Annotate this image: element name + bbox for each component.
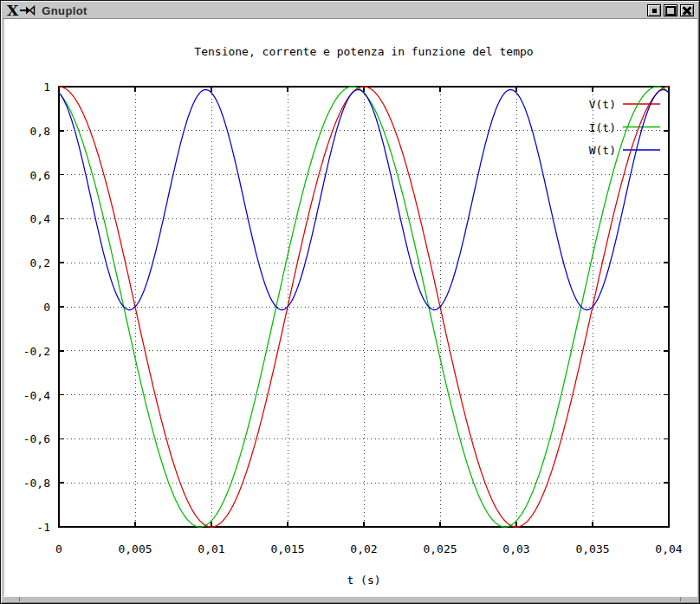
minimize-icon (652, 9, 657, 13)
gnuplot-window: X Gnuplot 00,0050,010,0150,020,0250,030,… (0, 0, 700, 604)
resize-grip-divider-right (680, 597, 681, 601)
x-tick-labels: 00,0050,010,0150,020,0250,030,0350,04 (55, 542, 683, 555)
svg-text:-0,4: -0,4 (23, 389, 50, 402)
plot-canvas: 00,0050,010,0150,020,0250,030,0350,04-1-… (4, 19, 697, 598)
svg-text:0: 0 (43, 301, 50, 314)
x11-logo-icon: X (7, 4, 18, 16)
svg-text:0,025: 0,025 (423, 542, 457, 555)
svg-text:0,6: 0,6 (30, 169, 50, 182)
close-icon (683, 6, 691, 15)
close-button[interactable] (680, 4, 694, 16)
svg-text:I(t): I(t) (589, 121, 616, 134)
svg-text:-0,8: -0,8 (23, 477, 50, 490)
y-tick-labels: -1-0,8-0,6-0,4-0,200,20,40,60,81 (23, 81, 50, 534)
svg-text:0,4: 0,4 (30, 212, 51, 225)
svg-text:-1: -1 (36, 521, 50, 534)
svg-text:W(t): W(t) (589, 144, 616, 157)
minimize-button[interactable] (647, 4, 661, 16)
svg-text:-0,6: -0,6 (23, 432, 50, 445)
svg-text:0,035: 0,035 (575, 542, 609, 555)
chart: 00,0050,010,0150,020,0250,030,0350,04-1-… (4, 19, 697, 598)
titlebar[interactable]: X Gnuplot (3, 3, 697, 19)
legend-entry-it: I(t) (589, 121, 660, 134)
svg-text:0,015: 0,015 (270, 542, 304, 555)
svg-text:0,005: 0,005 (118, 542, 152, 555)
window-bottom-border[interactable] (3, 596, 697, 601)
svg-text:0,03: 0,03 (502, 542, 529, 555)
maximize-button[interactable] (664, 4, 677, 16)
x-axis-label: t (s) (347, 574, 380, 587)
svg-text:0,2: 0,2 (30, 257, 50, 270)
grid (59, 87, 669, 527)
svg-text:-0,2: -0,2 (23, 345, 50, 358)
svg-text:1: 1 (43, 81, 50, 94)
titlebar-buttons (647, 4, 694, 16)
resize-grip-divider-left (19, 597, 20, 601)
window-title: Gnuplot (42, 4, 88, 17)
svg-text:0,01: 0,01 (198, 542, 224, 555)
svg-text:0,8: 0,8 (30, 125, 50, 138)
svg-text:0,02: 0,02 (350, 542, 377, 555)
svg-text:V(t): V(t) (589, 98, 616, 111)
chart-title: Tensione, corrente e potenza in funzione… (194, 45, 533, 58)
pin-icon (20, 5, 36, 16)
svg-text:0,04: 0,04 (655, 542, 682, 555)
maximize-icon (665, 6, 676, 16)
legend-entry-wt: W(t) (589, 144, 660, 157)
svg-text:0: 0 (55, 542, 62, 555)
